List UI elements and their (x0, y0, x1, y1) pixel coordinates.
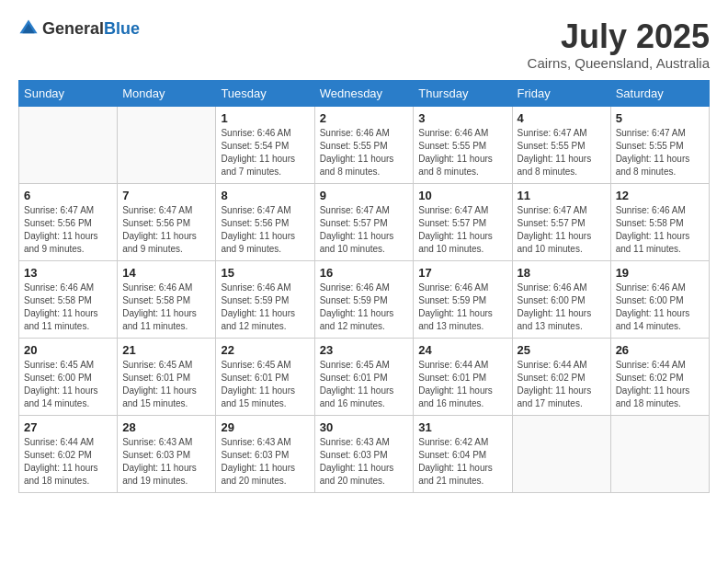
day-info: Sunrise: 6:44 AM Sunset: 6:01 PM Dayligh… (418, 359, 506, 410)
day-info: Sunrise: 6:46 AM Sunset: 5:54 PM Dayligh… (221, 127, 309, 178)
day-number: 22 (221, 343, 309, 357)
day-number: 17 (418, 266, 506, 280)
day-info: Sunrise: 6:44 AM Sunset: 6:02 PM Dayligh… (24, 436, 112, 488)
calendar-cell: 6Sunrise: 6:47 AM Sunset: 5:56 PM Daylig… (19, 183, 118, 260)
day-number: 4 (518, 111, 606, 125)
calendar-cell (512, 415, 610, 492)
day-number: 27 (24, 420, 112, 434)
calendar-cell: 20Sunrise: 6:45 AM Sunset: 6:00 PM Dayli… (19, 338, 118, 415)
day-info: Sunrise: 6:47 AM Sunset: 5:57 PM Dayligh… (518, 204, 606, 256)
day-info: Sunrise: 6:46 AM Sunset: 5:58 PM Dayligh… (616, 204, 704, 256)
day-number: 1 (221, 111, 309, 125)
calendar-cell: 17Sunrise: 6:46 AM Sunset: 5:59 PM Dayli… (414, 260, 512, 338)
day-number: 12 (616, 189, 704, 202)
month-title: July 2025 (528, 18, 710, 55)
day-info: Sunrise: 6:47 AM Sunset: 5:55 PM Dayligh… (518, 127, 606, 178)
calendar-cell: 22Sunrise: 6:45 AM Sunset: 6:01 PM Dayli… (216, 338, 314, 415)
title-block: July 2025 Cairns, Queensland, Australia (528, 18, 710, 71)
day-number: 3 (418, 111, 506, 125)
calendar-cell: 4Sunrise: 6:47 AM Sunset: 5:55 PM Daylig… (512, 106, 610, 183)
calendar-cell: 19Sunrise: 6:46 AM Sunset: 6:00 PM Dayli… (610, 260, 709, 338)
calendar-week-row: 13Sunrise: 6:46 AM Sunset: 5:58 PM Dayli… (19, 260, 710, 338)
day-info: Sunrise: 6:44 AM Sunset: 6:02 PM Dayligh… (518, 359, 606, 410)
calendar-week-row: 1Sunrise: 6:46 AM Sunset: 5:54 PM Daylig… (19, 106, 710, 183)
day-info: Sunrise: 6:43 AM Sunset: 6:03 PM Dayligh… (320, 436, 409, 488)
day-number: 15 (221, 266, 309, 280)
calendar-cell: 3Sunrise: 6:46 AM Sunset: 5:55 PM Daylig… (414, 106, 512, 183)
page-header: GeneralBlue July 2025 Cairns, Queensland… (18, 18, 710, 71)
day-info: Sunrise: 6:43 AM Sunset: 6:03 PM Dayligh… (221, 436, 309, 488)
day-info: Sunrise: 6:46 AM Sunset: 5:58 PM Dayligh… (24, 282, 112, 333)
day-number: 2 (320, 111, 409, 125)
calendar-cell: 30Sunrise: 6:43 AM Sunset: 6:03 PM Dayli… (314, 415, 414, 492)
location-title: Cairns, Queensland, Australia (528, 55, 710, 71)
day-number: 5 (616, 111, 704, 125)
day-number: 20 (24, 343, 112, 357)
day-number: 29 (221, 420, 309, 434)
calendar-header-friday: Friday (512, 80, 610, 106)
calendar-cell: 31Sunrise: 6:42 AM Sunset: 6:04 PM Dayli… (414, 415, 512, 492)
calendar-header-monday: Monday (118, 80, 216, 106)
calendar-cell: 13Sunrise: 6:46 AM Sunset: 5:58 PM Dayli… (19, 260, 118, 338)
calendar-cell (118, 106, 216, 183)
day-info: Sunrise: 6:46 AM Sunset: 5:55 PM Dayligh… (320, 127, 409, 178)
calendar-cell: 14Sunrise: 6:46 AM Sunset: 5:58 PM Dayli… (118, 260, 216, 338)
logo: GeneralBlue (18, 18, 140, 39)
calendar-table: SundayMondayTuesdayWednesdayThursdayFrid… (18, 80, 710, 493)
day-info: Sunrise: 6:46 AM Sunset: 5:55 PM Dayligh… (418, 127, 506, 178)
calendar-cell: 7Sunrise: 6:47 AM Sunset: 5:56 PM Daylig… (118, 183, 216, 260)
day-info: Sunrise: 6:46 AM Sunset: 5:58 PM Dayligh… (122, 282, 210, 333)
day-number: 18 (518, 266, 606, 280)
day-info: Sunrise: 6:46 AM Sunset: 5:59 PM Dayligh… (221, 282, 309, 333)
day-info: Sunrise: 6:42 AM Sunset: 6:04 PM Dayligh… (418, 436, 506, 488)
day-info: Sunrise: 6:47 AM Sunset: 5:56 PM Dayligh… (221, 204, 309, 256)
logo-blue-text: Blue (104, 19, 140, 38)
calendar-week-row: 20Sunrise: 6:45 AM Sunset: 6:00 PM Dayli… (19, 338, 710, 415)
calendar-cell: 28Sunrise: 6:43 AM Sunset: 6:03 PM Dayli… (118, 415, 216, 492)
calendar-cell: 23Sunrise: 6:45 AM Sunset: 6:01 PM Dayli… (314, 338, 414, 415)
calendar-cell: 5Sunrise: 6:47 AM Sunset: 5:55 PM Daylig… (610, 106, 709, 183)
day-info: Sunrise: 6:47 AM Sunset: 5:57 PM Dayligh… (418, 204, 506, 256)
calendar-cell: 26Sunrise: 6:44 AM Sunset: 6:02 PM Dayli… (610, 338, 709, 415)
day-number: 6 (24, 189, 112, 202)
calendar-cell: 9Sunrise: 6:47 AM Sunset: 5:57 PM Daylig… (314, 183, 414, 260)
day-info: Sunrise: 6:45 AM Sunset: 6:01 PM Dayligh… (122, 359, 210, 410)
day-info: Sunrise: 6:46 AM Sunset: 6:00 PM Dayligh… (518, 282, 606, 333)
day-number: 30 (320, 420, 409, 434)
day-number: 19 (616, 266, 704, 280)
calendar-cell: 11Sunrise: 6:47 AM Sunset: 5:57 PM Dayli… (512, 183, 610, 260)
day-number: 13 (24, 266, 112, 280)
calendar-week-row: 6Sunrise: 6:47 AM Sunset: 5:56 PM Daylig… (19, 183, 710, 260)
day-info: Sunrise: 6:45 AM Sunset: 6:01 PM Dayligh… (320, 359, 409, 410)
day-info: Sunrise: 6:44 AM Sunset: 6:02 PM Dayligh… (616, 359, 704, 410)
logo-general-text: General (42, 19, 104, 38)
calendar-cell: 10Sunrise: 6:47 AM Sunset: 5:57 PM Dayli… (414, 183, 512, 260)
calendar-header-thursday: Thursday (414, 80, 512, 106)
day-number: 16 (320, 266, 409, 280)
day-info: Sunrise: 6:43 AM Sunset: 6:03 PM Dayligh… (122, 436, 210, 488)
calendar-cell: 25Sunrise: 6:44 AM Sunset: 6:02 PM Dayli… (512, 338, 610, 415)
logo-icon (18, 18, 39, 39)
calendar-cell: 16Sunrise: 6:46 AM Sunset: 5:59 PM Dayli… (314, 260, 414, 338)
calendar-header-tuesday: Tuesday (216, 80, 314, 106)
calendar-cell: 8Sunrise: 6:47 AM Sunset: 5:56 PM Daylig… (216, 183, 314, 260)
calendar-cell: 15Sunrise: 6:46 AM Sunset: 5:59 PM Dayli… (216, 260, 314, 338)
day-info: Sunrise: 6:45 AM Sunset: 6:00 PM Dayligh… (24, 359, 112, 410)
day-number: 28 (122, 420, 210, 434)
day-info: Sunrise: 6:47 AM Sunset: 5:55 PM Dayligh… (616, 127, 704, 178)
calendar-header-sunday: Sunday (19, 80, 118, 106)
calendar-header-row: SundayMondayTuesdayWednesdayThursdayFrid… (19, 80, 710, 106)
day-number: 24 (418, 343, 506, 357)
day-info: Sunrise: 6:47 AM Sunset: 5:57 PM Dayligh… (320, 204, 409, 256)
calendar-week-row: 27Sunrise: 6:44 AM Sunset: 6:02 PM Dayli… (19, 415, 710, 492)
day-info: Sunrise: 6:46 AM Sunset: 6:00 PM Dayligh… (616, 282, 704, 333)
day-number: 11 (518, 189, 606, 202)
calendar-cell: 21Sunrise: 6:45 AM Sunset: 6:01 PM Dayli… (118, 338, 216, 415)
day-info: Sunrise: 6:47 AM Sunset: 5:56 PM Dayligh… (24, 204, 112, 256)
day-info: Sunrise: 6:45 AM Sunset: 6:01 PM Dayligh… (221, 359, 309, 410)
day-number: 23 (320, 343, 409, 357)
day-info: Sunrise: 6:47 AM Sunset: 5:56 PM Dayligh… (122, 204, 210, 256)
calendar-header-saturday: Saturday (610, 80, 709, 106)
calendar-cell: 12Sunrise: 6:46 AM Sunset: 5:58 PM Dayli… (610, 183, 709, 260)
calendar-cell: 1Sunrise: 6:46 AM Sunset: 5:54 PM Daylig… (216, 106, 314, 183)
